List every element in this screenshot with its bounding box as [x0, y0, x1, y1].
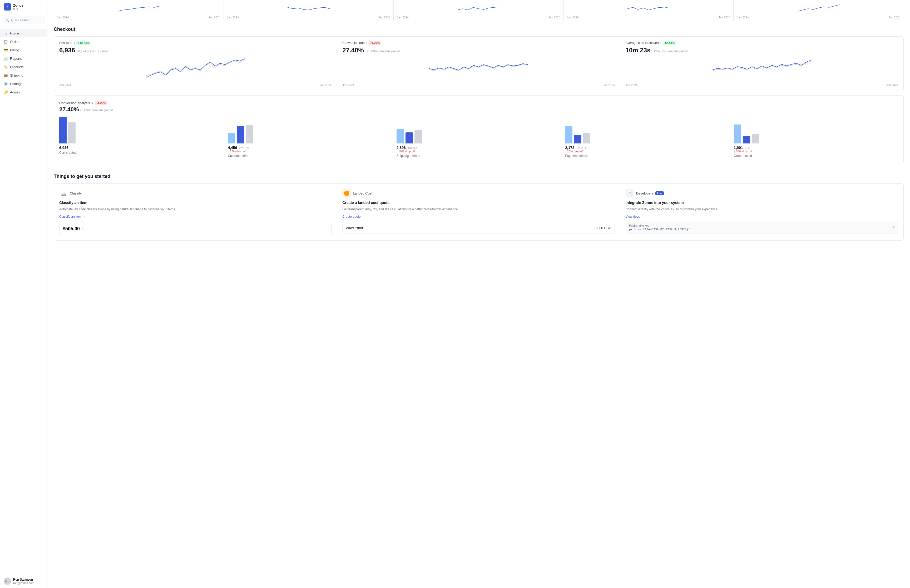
brand-id: 909 — [13, 7, 39, 11]
user-info: Ron Swanson ron@zonos.com — [13, 578, 44, 585]
tshirt-card: White tshirt 69.00 USD — [342, 223, 614, 233]
brand-name: Zonos — [13, 3, 39, 7]
avg-time-value-row: 10m 23s 12m 56s previous period — [626, 47, 898, 54]
sessions-chart-labels: Jan 2024 Jan 2024 — [59, 84, 331, 87]
developers-live-badge: Live — [655, 191, 664, 195]
mini-chart-2-start: Jan 2024 — [227, 16, 239, 19]
sessions-chart-end: Jan 2024 — [320, 84, 331, 87]
classify-price-trend: ↑ — [82, 227, 84, 231]
conversion-rate-info-icon: ℹ — [366, 41, 367, 45]
developers-link-text: View docs — [626, 215, 640, 218]
search-container: 🔍 Quick search — [0, 14, 47, 27]
classify-card-label: Classify — [70, 191, 82, 195]
started-title: Things to get you started — [54, 174, 904, 179]
mini-chart-svg-2 — [227, 2, 391, 15]
funnel-count-row-3: 2,172 1m 23s — [565, 145, 586, 150]
classify-link-arrow: → — [83, 215, 86, 218]
sessions-badge: +12.24% — [76, 41, 91, 45]
mini-chart-svg-5 — [737, 2, 900, 15]
user-profile[interactable]: RS Ron Swanson ron@zonos.com — [0, 574, 47, 588]
quick-search-button[interactable]: 🔍 Quick search — [3, 16, 45, 24]
sidebar-item-billing-label: Billing — [10, 48, 19, 52]
sidebar-item-home[interactable]: ⌂ Home — [0, 29, 47, 37]
conversion-rate-chart — [342, 56, 614, 82]
funnel-item-1: 4,456 2m 12s ↓ 13% drop off Customer inf… — [228, 117, 392, 158]
conversion-rate-badge: -1.20% — [369, 41, 381, 45]
sessions-info-icon: ℹ — [74, 41, 75, 45]
funnel-bar-prev-3 — [583, 133, 590, 144]
brand-header[interactable]: Z Zonos 909 ⌃ — [0, 0, 47, 14]
conversion-analysis-info-icon: ℹ — [92, 101, 93, 105]
avg-time-badge: +2.43% — [663, 41, 676, 45]
classify-card-title: Classify an item — [59, 200, 331, 205]
mini-chart-5: Jan 2024 Jan 2024 — [734, 0, 904, 21]
sidebar-item-settings[interactable]: ⚙️ Settings — [0, 79, 47, 88]
funnel-drop-arrow-2: ↓ — [396, 150, 398, 153]
pub-key-label: Publishable key — [629, 224, 690, 227]
mini-chart-1-end: Jan 2024 — [208, 16, 220, 19]
home-icon: ⌂ — [4, 31, 8, 35]
sidebar-item-orders[interactable]: 📋 Orders — [0, 37, 47, 46]
tshirt-price: 69.00 USD — [595, 226, 611, 230]
avg-time-value: 10m 23s — [626, 47, 651, 54]
user-name: Ron Swanson — [13, 578, 44, 582]
funnel-bar-top-4 — [734, 124, 741, 144]
funnel-bar-top-1 — [228, 133, 235, 144]
mini-chart-4-start: Jan 2024 — [567, 16, 579, 19]
avg-time-chart-start: Jan 2024 — [626, 84, 637, 87]
sidebar-item-reports[interactable]: 📊 Reports — [0, 54, 47, 63]
sidebar-item-products[interactable]: 🏷️ Products — [0, 63, 47, 71]
developers-icon: 📄 — [626, 189, 634, 197]
sidebar-item-shipping[interactable]: 📦 Shipping — [0, 71, 47, 79]
funnel-count-3: 2,172 — [565, 145, 574, 150]
landed-cost-link[interactable]: Create quote → — [342, 215, 614, 218]
started-section: Things to get you started 🏔️ Classify Cl… — [54, 170, 904, 241]
conversion-rate-label: Conversion rate — [342, 41, 365, 45]
avatar: RS — [4, 577, 11, 585]
funnel-drop-arrow-1: ↓ — [228, 150, 230, 153]
funnel-count-row-0: 6,936 – — [59, 145, 72, 150]
classify-card-link[interactable]: Classify an item → — [59, 215, 331, 218]
copy-icon[interactable]: ⎘ — [892, 226, 895, 230]
funnel-label-3: Payment details — [565, 154, 587, 158]
funnel-bars-0 — [59, 117, 76, 144]
avg-time-label: Average time to convert — [626, 41, 659, 45]
sessions-metric: Sessions ℹ +12.24% 6,936 6,124 previous … — [54, 37, 337, 91]
funnel-bar-prev-4 — [752, 134, 759, 144]
avg-time-header: Average time to convert ℹ +2.43% — [626, 41, 898, 45]
admin-icon: 🔑 — [4, 90, 8, 94]
funnel-bars-2 — [396, 117, 422, 144]
conversion-rate-metric: Conversion rate ℹ -1.20% 27.40% 28.60% p… — [337, 37, 620, 91]
products-icon: 🏷️ — [4, 65, 8, 69]
landed-cost-title: Create a landed cost quote — [342, 200, 614, 205]
conversion-analysis-badge: -1.20% — [95, 101, 107, 105]
funnel-time-4: 56s — [745, 146, 750, 150]
landed-cost-link-text: Create quote — [342, 215, 360, 218]
mini-chart-3: Jan 2024 Jan 2024 — [394, 0, 564, 21]
developers-icon-row: 📄 Developers Live — [626, 189, 898, 197]
sidebar-item-admin[interactable]: 🔑 Admin — [0, 88, 47, 96]
mini-chart-1-start: Jan 2024 — [57, 16, 69, 19]
checkout-section-title: Checkout — [54, 21, 904, 36]
sidebar-item-orders-label: Orders — [10, 40, 21, 44]
mini-chart-svg-4 — [567, 2, 731, 15]
developers-label: Developers — [636, 191, 653, 195]
conversion-analysis-prev: 28.60% previous period — [80, 108, 113, 112]
sessions-value: 6,936 — [59, 47, 75, 54]
settings-icon: ⚙️ — [4, 82, 8, 86]
avg-time-info-icon: ℹ — [660, 41, 661, 45]
funnel-bars-1 — [228, 117, 253, 144]
funnel-count-1: 4,456 — [228, 145, 237, 150]
developers-link[interactable]: View docs → — [626, 215, 898, 218]
funnel-label-1: Customer info — [228, 154, 247, 158]
funnel-label-2: Shipping method — [396, 154, 420, 158]
mini-chart-5-start: Jan 2024 — [737, 16, 748, 19]
funnel-label-0: Cart created — [59, 151, 77, 155]
funnel-bar-main-3 — [574, 135, 581, 144]
sidebar: Z Zonos 909 ⌃ 🔍 Quick search ⌂ Home 📋 Or… — [0, 0, 47, 588]
sidebar-item-settings-label: Settings — [10, 82, 23, 86]
sidebar-item-billing[interactable]: 💳 Billing — [0, 46, 47, 54]
search-label: Quick search — [11, 18, 29, 22]
funnel-item-4: 1,901 56s ↓ 30% drop off Order placed — [734, 117, 898, 158]
conversion-analysis-section: Conversion analysis ℹ -1.20% 27.40% 28.6… — [54, 95, 904, 163]
